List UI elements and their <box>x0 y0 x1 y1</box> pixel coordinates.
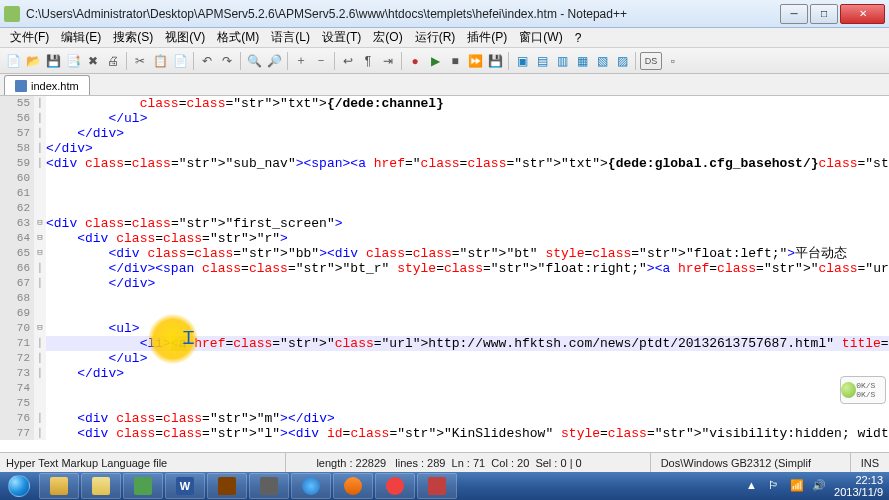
menu-help[interactable]: ? <box>569 29 588 47</box>
zoom-out-icon[interactable]: － <box>312 52 330 70</box>
play-macro-icon[interactable]: ▶ <box>426 52 444 70</box>
window-title: C:\Users\Administrator\Desktop\APMServ5.… <box>26 7 778 21</box>
toolbar-separator <box>401 52 402 70</box>
taskbar-ie[interactable] <box>291 473 331 499</box>
toolbar-separator <box>287 52 288 70</box>
start-button[interactable] <box>0 472 38 500</box>
zoom-in-icon[interactable]: ＋ <box>292 52 310 70</box>
status-insert-mode: INS <box>851 453 889 472</box>
menu-file[interactable]: 文件(F) <box>4 27 55 48</box>
folder-icon <box>50 477 68 495</box>
menu-window[interactable]: 窗口(W) <box>513 27 568 48</box>
toolbar-separator <box>126 52 127 70</box>
document-tabs: index.htm <box>0 74 889 96</box>
taskbar-app5[interactable] <box>375 473 415 499</box>
replace-icon[interactable]: 🔎 <box>265 52 283 70</box>
toolbar-separator <box>635 52 636 70</box>
plugin3-icon[interactable]: ▥ <box>553 52 571 70</box>
toolbar-separator <box>193 52 194 70</box>
save-macro-icon[interactable]: 💾 <box>486 52 504 70</box>
copy-icon[interactable]: 📋 <box>151 52 169 70</box>
menu-search[interactable]: 搜索(S) <box>107 27 159 48</box>
status-position: length : 22829 lines : 289 Ln : 71 Col :… <box>286 453 650 472</box>
windows-taskbar: W ▲ 🏳 📶 🔊 22:13 2013/11/9 <box>0 472 889 500</box>
window-controls: ─ □ ✕ <box>778 4 885 24</box>
taskbar-folder[interactable] <box>81 473 121 499</box>
toolbar-separator <box>240 52 241 70</box>
menu-macro[interactable]: 宏(O) <box>367 27 408 48</box>
save-icon[interactable]: 💾 <box>44 52 62 70</box>
stop-macro-icon[interactable]: ■ <box>446 52 464 70</box>
menu-format[interactable]: 格式(M) <box>211 27 265 48</box>
taskbar-clock[interactable]: 22:13 2013/11/9 <box>834 474 883 498</box>
windows-orb-icon <box>8 475 30 497</box>
taskbar-explorer[interactable] <box>39 473 79 499</box>
close-file-icon[interactable]: ✖ <box>84 52 102 70</box>
taskbar-app4[interactable] <box>333 473 373 499</box>
status-filetype: Hyper Text Markup Language file <box>0 453 286 472</box>
app-icon <box>134 477 152 495</box>
extra-icon[interactable]: ▫ <box>664 52 682 70</box>
tray-network-icon[interactable]: 📶 <box>790 479 804 493</box>
menu-settings[interactable]: 设置(T) <box>316 27 367 48</box>
code-editor[interactable]: 5556575859606162636465666768697071727374… <box>0 96 889 440</box>
folder-icon <box>92 477 110 495</box>
show-all-chars-icon[interactable]: ¶ <box>359 52 377 70</box>
plugin1-icon[interactable]: ▣ <box>513 52 531 70</box>
plugin5-icon[interactable]: ▧ <box>593 52 611 70</box>
menu-bar: 文件(F) 编辑(E) 搜索(S) 视图(V) 格式(M) 语言(L) 设置(T… <box>0 28 889 48</box>
maximize-button[interactable]: □ <box>810 4 838 24</box>
tray-flag-icon[interactable]: 🏳 <box>768 479 782 493</box>
plugin6-icon[interactable]: ▨ <box>613 52 631 70</box>
taskbar-app6[interactable] <box>417 473 457 499</box>
wrap-icon[interactable]: ↩ <box>339 52 357 70</box>
taskbar-app3[interactable] <box>249 473 289 499</box>
speed-readout: 0K/S0K/S <box>856 363 885 417</box>
save-all-icon[interactable]: 📑 <box>64 52 82 70</box>
app-icon <box>218 477 236 495</box>
menu-view[interactable]: 视图(V) <box>159 27 211 48</box>
tray-sound-icon[interactable]: 🔊 <box>812 479 826 493</box>
file-icon <box>15 80 27 92</box>
ds-mode-icon[interactable]: DS <box>640 52 662 70</box>
status-encoding: Dos\Windows GB2312 (Simplif <box>651 453 851 472</box>
find-icon[interactable]: 🔍 <box>245 52 263 70</box>
app-icon <box>386 477 404 495</box>
undo-icon[interactable]: ↶ <box>198 52 216 70</box>
menu-edit[interactable]: 编辑(E) <box>55 27 107 48</box>
toolbar: 📄 📂 💾 📑 ✖ 🖨 ✂ 📋 📄 ↶ ↷ 🔍 🔎 ＋ － ↩ ¶ ⇥ ● ▶ … <box>0 48 889 74</box>
plugin2-icon[interactable]: ▤ <box>533 52 551 70</box>
system-tray: ▲ 🏳 📶 🔊 22:13 2013/11/9 <box>746 474 889 498</box>
code-fold-column[interactable]: │││││⊟⊟⊟││⊟││││││ <box>34 96 46 440</box>
minimize-button[interactable]: ─ <box>780 4 808 24</box>
app-icon <box>428 477 446 495</box>
paste-icon[interactable]: 📄 <box>171 52 189 70</box>
indent-icon[interactable]: ⇥ <box>379 52 397 70</box>
print-icon[interactable]: 🖨 <box>104 52 122 70</box>
ie-icon <box>302 477 320 495</box>
tab-label: index.htm <box>31 80 79 92</box>
taskbar-app2[interactable] <box>207 473 247 499</box>
network-speed-widget[interactable]: 0K/S0K/S <box>840 376 886 404</box>
code-content[interactable]: class=class="str">"txt">{/dede:channel} … <box>46 96 889 440</box>
menu-run[interactable]: 运行(R) <box>409 27 462 48</box>
new-file-icon[interactable]: 📄 <box>4 52 22 70</box>
menu-language[interactable]: 语言(L) <box>265 27 316 48</box>
tray-up-icon[interactable]: ▲ <box>746 479 760 493</box>
menu-plugins[interactable]: 插件(P) <box>461 27 513 48</box>
app-icon <box>344 477 362 495</box>
tab-index-htm[interactable]: index.htm <box>4 75 90 95</box>
playback-icon[interactable]: ⏩ <box>466 52 484 70</box>
window-titlebar: C:\Users\Administrator\Desktop\APMServ5.… <box>0 0 889 28</box>
close-button[interactable]: ✕ <box>840 4 885 24</box>
taskbar-word[interactable]: W <box>165 473 205 499</box>
open-file-icon[interactable]: 📂 <box>24 52 42 70</box>
toolbar-separator <box>508 52 509 70</box>
record-macro-icon[interactable]: ● <box>406 52 424 70</box>
plugin4-icon[interactable]: ▦ <box>573 52 591 70</box>
app-icon <box>260 477 278 495</box>
toolbar-separator <box>334 52 335 70</box>
redo-icon[interactable]: ↷ <box>218 52 236 70</box>
cut-icon[interactable]: ✂ <box>131 52 149 70</box>
taskbar-app1[interactable] <box>123 473 163 499</box>
